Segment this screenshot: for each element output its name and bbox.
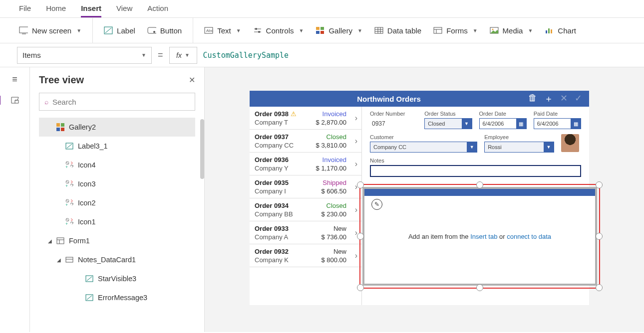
check-icon[interactable]: ✓ — [575, 93, 582, 105]
chart-dropdown[interactable]: Chart — [539, 23, 582, 38]
order-date-label: Order Date — [479, 111, 527, 117]
resize-handle[interactable] — [596, 233, 603, 240]
selected-control[interactable]: ✎ Add an item from the Insert tab or con… — [359, 184, 600, 289]
tree-search[interactable]: ⌕ — [39, 93, 195, 111]
equals-sign: = — [158, 50, 163, 60]
formula-bar: Items▼ = fx▼ CustomGallerySample — [0, 43, 644, 67]
tree-item-notes-datacard1[interactable]: ◢ Notes_DataCard1 — [39, 250, 195, 269]
tree-item-form1[interactable]: ◢ Form1 — [39, 231, 195, 250]
tree-item-icon1[interactable]: + Icon1 — [39, 212, 195, 231]
insert-tab-link[interactable]: Insert tab — [470, 233, 497, 240]
svg-text:+: + — [65, 221, 68, 226]
icon-group-icon: + — [65, 198, 74, 207]
svg-rect-28 — [551, 29, 552, 33]
svg-text:+: + — [65, 202, 68, 207]
forms-icon — [433, 26, 442, 35]
chevron-right-icon: › — [355, 137, 357, 146]
expand-icon[interactable]: ◢ — [48, 238, 52, 244]
edit-icon[interactable]: ✎ — [371, 199, 382, 210]
tree-item-icon2[interactable]: + Icon2 — [39, 193, 195, 212]
employee-combo[interactable]: Rossi▼ — [484, 142, 554, 153]
svg-text:Abc: Abc — [206, 28, 213, 33]
search-input[interactable] — [52, 98, 190, 106]
tree: Gallery2 Label3_1 + Icon4 + Icon3 + Icon… — [39, 118, 195, 307]
svg-rect-31 — [56, 128, 60, 131]
new-screen-button[interactable]: New screen▼ — [13, 23, 87, 38]
gallery-dropdown[interactable]: Gallery▼ — [310, 23, 368, 38]
tree-item-icon4[interactable]: + Icon4 — [39, 156, 195, 174]
close-icon[interactable]: ✕ — [189, 75, 195, 85]
order-row[interactable]: Order 0938⚠ Company T Invoiced $ 2,870.0… — [250, 107, 361, 130]
cancel-icon[interactable]: ✕ — [560, 93, 568, 105]
tree-item-errormessage3[interactable]: ErrorMessage3 — [39, 288, 195, 307]
customer-combo[interactable]: Company CC▼ — [370, 142, 477, 153]
gallery-placeholder-message: Add an item from the Insert tab or conne… — [364, 233, 595, 240]
svg-line-39 — [66, 181, 68, 183]
data-table-button[interactable]: Data table — [368, 23, 427, 38]
design-canvas[interactable]: Northwind Orders 🗑 ＋ ✕ ✓ Order 0938⚠ Com… — [205, 67, 644, 332]
tree-item-label3-1[interactable]: Label3_1 — [39, 137, 195, 156]
scrollbar-thumb[interactable] — [200, 119, 204, 179]
controls-dropdown[interactable]: Controls▼ — [247, 23, 310, 38]
left-rail: ≡ — [0, 67, 30, 332]
resize-handle[interactable] — [596, 181, 603, 188]
order-date-input[interactable]: 6/4/2006▦ — [479, 118, 527, 129]
tree-item-gallery2[interactable]: Gallery2 — [39, 118, 195, 137]
notes-label: Notes — [370, 158, 581, 164]
resize-handle[interactable] — [357, 284, 364, 291]
resize-handle[interactable] — [596, 284, 603, 291]
paid-date-input[interactable]: 6/4/2006▦ — [534, 118, 581, 129]
label-button[interactable]: Label — [98, 23, 141, 38]
fx-button[interactable]: fx▼ — [169, 47, 197, 64]
order-row[interactable]: Order 0935 Company I Shipped $ 606.50 › — [250, 175, 361, 198]
order-row[interactable]: Order 0934 Company BB Closed $ 230.00 › — [250, 198, 361, 221]
plus-icon[interactable]: ＋ — [544, 93, 553, 105]
resize-handle[interactable] — [476, 284, 483, 291]
order-row[interactable]: Order 0936 Company Y Invoiced $ 1,170.00… — [250, 153, 361, 175]
resize-handle[interactable] — [357, 181, 364, 188]
order-row[interactable]: Order 0933 Company A New $ 736.00 › — [250, 221, 361, 244]
tree-view-tab[interactable] — [0, 96, 19, 105]
chevron-down-icon: ▼ — [141, 52, 146, 58]
svg-rect-13 — [321, 27, 324, 30]
text-dropdown[interactable]: Abc Text▼ — [198, 23, 247, 38]
order-status-combo[interactable]: Closed▼ — [424, 118, 472, 129]
order-row[interactable]: Order 0937 Company CC Closed $ 3,810.00 … — [250, 130, 361, 153]
tree-panel: Tree view ✕ ⌕ Gallery2 Label3_1 + Icon4 … — [30, 67, 205, 332]
gallery-icon — [316, 26, 324, 35]
resize-handle[interactable] — [357, 233, 364, 240]
button-button[interactable]: Button — [141, 23, 188, 38]
forms-dropdown[interactable]: Forms▼ — [427, 23, 483, 38]
menu-action[interactable]: Action — [147, 4, 168, 12]
chevron-right-icon: › — [355, 251, 357, 260]
svg-line-42 — [66, 200, 68, 202]
tree-item-starvisible3[interactable]: StarVisible3 — [39, 269, 195, 288]
svg-rect-29 — [56, 123, 60, 127]
connect-data-link[interactable]: connect to data — [507, 233, 551, 240]
trash-icon[interactable]: 🗑 — [528, 93, 537, 105]
svg-rect-21 — [434, 27, 442, 33]
menu-insert[interactable]: Insert — [81, 4, 101, 17]
formula-input[interactable]: CustomGallerySample — [203, 51, 289, 60]
employee-label: Employee — [484, 134, 554, 140]
gallery-header-bar — [364, 189, 595, 196]
menu-home[interactable]: Home — [46, 4, 66, 12]
order-row[interactable]: Order 0932 Company K New $ 800.00 › — [250, 244, 361, 267]
svg-line-45 — [66, 219, 68, 221]
expand-icon[interactable]: ◢ — [57, 257, 61, 263]
notes-input[interactable] — [370, 165, 581, 177]
order-list[interactable]: Order 0938⚠ Company T Invoiced $ 2,870.0… — [250, 107, 362, 305]
app-title: Northwind Orders — [250, 95, 528, 103]
tree-item-icon3[interactable]: + Icon3 — [39, 174, 195, 193]
media-dropdown[interactable]: Media▼ — [484, 23, 539, 38]
table-icon — [374, 26, 383, 35]
chevron-down-icon: ▼ — [76, 28, 81, 33]
menu-file[interactable]: File — [19, 4, 31, 12]
chevron-right-icon: › — [355, 205, 357, 214]
customer-label: Customer — [370, 134, 477, 140]
property-selector[interactable]: Items▼ — [17, 47, 152, 64]
gallery-icon — [56, 123, 65, 132]
tree-title: Tree view — [39, 74, 84, 86]
hamburger-icon[interactable]: ≡ — [12, 74, 17, 85]
menu-view[interactable]: View — [116, 4, 132, 12]
